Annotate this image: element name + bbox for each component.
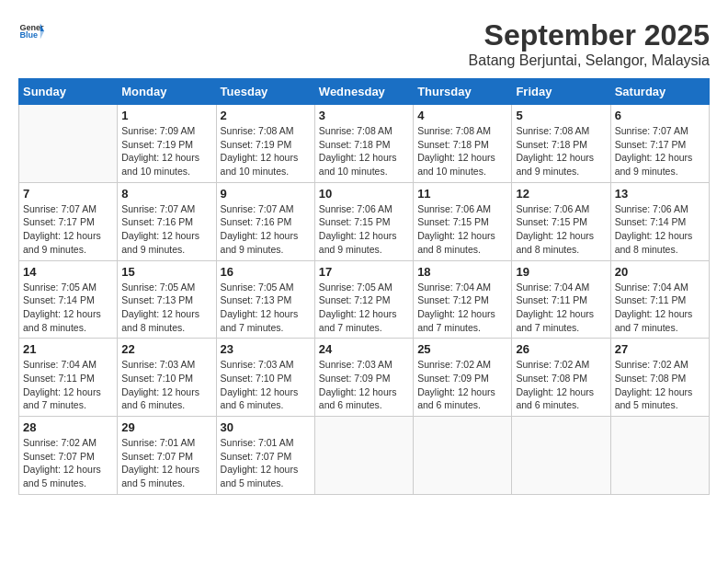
- day-number: 1: [121, 109, 211, 122]
- calendar-cell: 28Sunrise: 7:02 AM Sunset: 7:07 PM Dayli…: [19, 417, 118, 495]
- calendar-cell: 27Sunrise: 7:02 AM Sunset: 7:08 PM Dayli…: [610, 339, 709, 417]
- day-info: Sunrise: 7:05 AM Sunset: 7:13 PM Dayligh…: [121, 281, 211, 335]
- calendar-cell: 6Sunrise: 7:07 AM Sunset: 7:17 PM Daylig…: [610, 105, 709, 183]
- day-number: 27: [615, 342, 705, 356]
- location-title: Batang Berjuntai, Selangor, Malaysia: [469, 52, 710, 69]
- day-number: 29: [121, 420, 211, 434]
- day-info: Sunrise: 7:03 AM Sunset: 7:10 PM Dayligh…: [121, 358, 211, 412]
- day-number: 30: [221, 420, 311, 434]
- day-info: Sunrise: 7:05 AM Sunset: 7:13 PM Dayligh…: [221, 281, 311, 335]
- day-info: Sunrise: 7:05 AM Sunset: 7:12 PM Dayligh…: [319, 281, 409, 335]
- calendar-cell: [414, 417, 512, 495]
- day-info: Sunrise: 7:08 AM Sunset: 7:18 PM Dayligh…: [417, 124, 507, 178]
- day-number: 15: [121, 265, 211, 279]
- calendar-cell: 16Sunrise: 7:05 AM Sunset: 7:13 PM Dayli…: [216, 260, 314, 339]
- svg-marker-3: [40, 31, 44, 39]
- week-row-1: 1Sunrise: 7:09 AM Sunset: 7:19 PM Daylig…: [19, 105, 710, 183]
- day-info: Sunrise: 7:08 AM Sunset: 7:19 PM Dayligh…: [221, 124, 311, 178]
- calendar-cell: 2Sunrise: 7:08 AM Sunset: 7:19 PM Daylig…: [216, 105, 314, 183]
- calendar-cell: 29Sunrise: 7:01 AM Sunset: 7:07 PM Dayli…: [118, 417, 216, 495]
- day-info: Sunrise: 7:07 AM Sunset: 7:17 PM Dayligh…: [23, 202, 113, 257]
- day-info: Sunrise: 7:01 AM Sunset: 7:07 PM Dayligh…: [121, 436, 211, 490]
- calendar-cell: 13Sunrise: 7:06 AM Sunset: 7:14 PM Dayli…: [610, 182, 709, 260]
- day-info: Sunrise: 7:07 AM Sunset: 7:17 PM Dayligh…: [615, 124, 705, 178]
- day-number: 8: [121, 187, 211, 201]
- day-number: 12: [516, 187, 606, 201]
- calendar-cell: 22Sunrise: 7:03 AM Sunset: 7:10 PM Dayli…: [118, 339, 216, 417]
- day-info: Sunrise: 7:07 AM Sunset: 7:16 PM Dayligh…: [121, 202, 211, 257]
- day-info: Sunrise: 7:06 AM Sunset: 7:15 PM Dayligh…: [417, 202, 507, 257]
- calendar-cell: 26Sunrise: 7:02 AM Sunset: 7:08 PM Dayli…: [512, 339, 610, 417]
- calendar-cell: 15Sunrise: 7:05 AM Sunset: 7:13 PM Dayli…: [118, 260, 216, 339]
- calendar-cell: 7Sunrise: 7:07 AM Sunset: 7:17 PM Daylig…: [19, 182, 118, 260]
- day-number: 9: [221, 187, 311, 201]
- day-info: Sunrise: 7:04 AM Sunset: 7:11 PM Dayligh…: [615, 281, 705, 335]
- day-number: 6: [615, 109, 705, 122]
- day-info: Sunrise: 7:01 AM Sunset: 7:07 PM Dayligh…: [221, 436, 311, 490]
- day-number: 18: [417, 265, 507, 279]
- day-number: 28: [23, 420, 113, 434]
- weekday-header-friday: Friday: [512, 79, 610, 105]
- week-row-3: 14Sunrise: 7:05 AM Sunset: 7:14 PM Dayli…: [19, 260, 710, 339]
- calendar-cell: [314, 417, 413, 495]
- month-title: September 2025: [469, 18, 710, 52]
- day-info: Sunrise: 7:03 AM Sunset: 7:10 PM Dayligh…: [221, 358, 311, 412]
- day-info: Sunrise: 7:09 AM Sunset: 7:19 PM Dayligh…: [121, 124, 211, 178]
- week-row-4: 21Sunrise: 7:04 AM Sunset: 7:11 PM Dayli…: [19, 339, 710, 417]
- calendar-cell: 1Sunrise: 7:09 AM Sunset: 7:19 PM Daylig…: [118, 105, 216, 183]
- logo: General Blue: [18, 18, 44, 44]
- weekday-header-monday: Monday: [118, 79, 216, 105]
- day-info: Sunrise: 7:05 AM Sunset: 7:14 PM Dayligh…: [23, 281, 113, 335]
- day-info: Sunrise: 7:02 AM Sunset: 7:08 PM Dayligh…: [516, 358, 606, 412]
- calendar-cell: 3Sunrise: 7:08 AM Sunset: 7:18 PM Daylig…: [314, 105, 413, 183]
- day-number: 7: [23, 187, 113, 201]
- calendar-cell: 4Sunrise: 7:08 AM Sunset: 7:18 PM Daylig…: [414, 105, 512, 183]
- calendar-cell: 14Sunrise: 7:05 AM Sunset: 7:14 PM Dayli…: [19, 260, 118, 339]
- day-info: Sunrise: 7:06 AM Sunset: 7:14 PM Dayligh…: [615, 202, 705, 257]
- day-info: Sunrise: 7:07 AM Sunset: 7:16 PM Dayligh…: [221, 202, 311, 257]
- calendar-cell: 10Sunrise: 7:06 AM Sunset: 7:15 PM Dayli…: [314, 182, 413, 260]
- day-number: 21: [23, 342, 113, 356]
- day-number: 5: [516, 109, 606, 122]
- day-info: Sunrise: 7:08 AM Sunset: 7:18 PM Dayligh…: [516, 124, 606, 178]
- calendar-cell: [512, 417, 610, 495]
- calendar-cell: [19, 105, 118, 183]
- day-number: 16: [221, 265, 311, 279]
- weekday-header-thursday: Thursday: [414, 79, 512, 105]
- title-area: September 2025 Batang Berjuntai, Selango…: [469, 18, 710, 69]
- calendar-cell: 23Sunrise: 7:03 AM Sunset: 7:10 PM Dayli…: [216, 339, 314, 417]
- day-number: 17: [319, 265, 409, 279]
- day-number: 26: [516, 342, 606, 356]
- day-info: Sunrise: 7:02 AM Sunset: 7:07 PM Dayligh…: [23, 436, 113, 490]
- day-number: 3: [319, 109, 409, 122]
- day-info: Sunrise: 7:06 AM Sunset: 7:15 PM Dayligh…: [319, 202, 409, 257]
- page-header: General Blue September 2025 Batang Berju…: [18, 18, 710, 69]
- day-number: 25: [417, 342, 507, 356]
- day-number: 2: [221, 109, 311, 122]
- day-info: Sunrise: 7:02 AM Sunset: 7:08 PM Dayligh…: [615, 358, 705, 412]
- calendar-table: SundayMondayTuesdayWednesdayThursdayFrid…: [18, 78, 710, 495]
- day-info: Sunrise: 7:02 AM Sunset: 7:09 PM Dayligh…: [417, 358, 507, 412]
- day-info: Sunrise: 7:06 AM Sunset: 7:15 PM Dayligh…: [516, 202, 606, 257]
- day-number: 13: [615, 187, 705, 201]
- weekday-header-row: SundayMondayTuesdayWednesdayThursdayFrid…: [19, 79, 710, 105]
- calendar-cell: 21Sunrise: 7:04 AM Sunset: 7:11 PM Dayli…: [19, 339, 118, 417]
- weekday-header-wednesday: Wednesday: [314, 79, 413, 105]
- day-info: Sunrise: 7:04 AM Sunset: 7:12 PM Dayligh…: [417, 281, 507, 335]
- day-info: Sunrise: 7:08 AM Sunset: 7:18 PM Dayligh…: [319, 124, 409, 178]
- day-number: 20: [615, 265, 705, 279]
- day-number: 10: [319, 187, 409, 201]
- calendar-cell: 9Sunrise: 7:07 AM Sunset: 7:16 PM Daylig…: [216, 182, 314, 260]
- week-row-2: 7Sunrise: 7:07 AM Sunset: 7:17 PM Daylig…: [19, 182, 710, 260]
- weekday-header-sunday: Sunday: [19, 79, 118, 105]
- logo-icon: General Blue: [18, 18, 44, 44]
- day-number: 22: [121, 342, 211, 356]
- day-number: 14: [23, 265, 113, 279]
- calendar-cell: 30Sunrise: 7:01 AM Sunset: 7:07 PM Dayli…: [216, 417, 314, 495]
- calendar-cell: 11Sunrise: 7:06 AM Sunset: 7:15 PM Dayli…: [414, 182, 512, 260]
- calendar-cell: 25Sunrise: 7:02 AM Sunset: 7:09 PM Dayli…: [414, 339, 512, 417]
- weekday-header-tuesday: Tuesday: [216, 79, 314, 105]
- day-number: 4: [417, 109, 507, 122]
- calendar-cell: [610, 417, 709, 495]
- calendar-cell: 5Sunrise: 7:08 AM Sunset: 7:18 PM Daylig…: [512, 105, 610, 183]
